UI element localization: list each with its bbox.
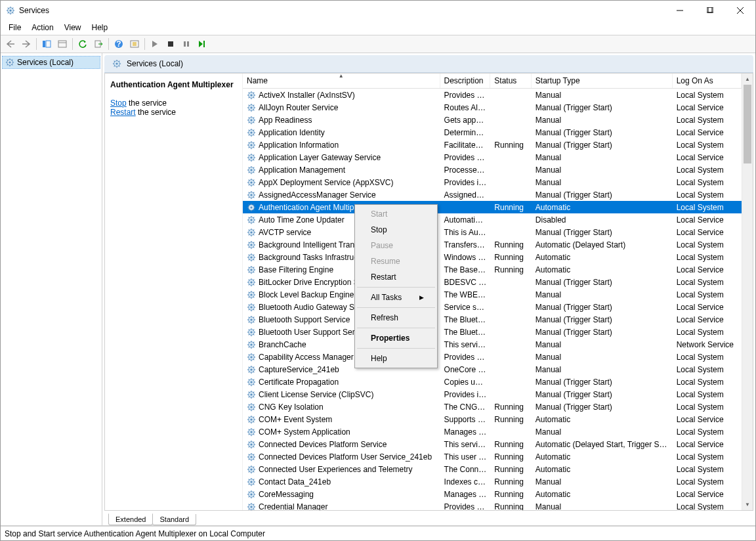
titlebar: Services <box>1 1 755 20</box>
gear-icon <box>247 303 256 312</box>
gear-icon <box>247 378 256 387</box>
restart-link[interactable]: Restart <box>110 108 136 117</box>
show-hide-tree-button[interactable] <box>39 37 54 51</box>
service-row[interactable]: ActiveX Installer (AxInstSV)Provides Us.… <box>243 89 742 101</box>
col-name[interactable]: ▲Name <box>243 74 440 88</box>
service-row[interactable]: Connected User Experiences and Telemetry… <box>243 463 742 475</box>
service-row[interactable]: Bluetooth Audio Gateway ServiceService s… <box>243 301 742 313</box>
service-row[interactable]: COM+ Event SystemSupports Sy...RunningAu… <box>243 413 742 425</box>
selected-service-name: Authentication Agent Multiplexer <box>110 80 237 89</box>
ctx-properties[interactable]: Properties <box>356 330 436 346</box>
gear-icon <box>247 203 256 212</box>
service-row[interactable]: Credential ManagerProvides se...RunningM… <box>243 500 742 510</box>
maximize-button[interactable] <box>695 1 725 20</box>
ctx-restart[interactable]: Restart <box>356 269 436 285</box>
scroll-down-button[interactable]: ▼ <box>742 499 753 510</box>
col-desc[interactable]: Description <box>440 74 491 88</box>
service-list[interactable]: ▲Name Description Status Startup Type Lo… <box>243 74 742 510</box>
service-row[interactable]: CNG Key IsolationThe CNG ke...RunningMan… <box>243 400 742 413</box>
col-logon[interactable]: Log On As <box>673 74 742 88</box>
minimize-button[interactable] <box>665 1 695 20</box>
ctx-stop[interactable]: Stop <box>356 222 436 238</box>
vertical-scrollbar[interactable]: ▲ ▼ <box>742 74 753 510</box>
tree-root[interactable]: Services (Local) <box>2 56 100 69</box>
service-row[interactable]: Bluetooth User Support Service_241ebThe … <box>243 326 742 338</box>
export-list-button[interactable] <box>91 37 106 51</box>
service-row[interactable]: Contact Data_241ebIndexes con...RunningM… <box>243 475 742 488</box>
service-row[interactable]: Certificate PropagationCopies user ...Ma… <box>243 376 742 388</box>
service-row[interactable]: Application IdentityDetermines ...Manual… <box>243 126 742 139</box>
service-row[interactable]: Application InformationFacilitates t...R… <box>243 139 742 151</box>
service-row[interactable]: AppX Deployment Service (AppXSVC)Provide… <box>243 176 742 188</box>
service-row[interactable]: Connected Devices Platform User Service_… <box>243 450 742 463</box>
service-row[interactable]: Bluetooth Support ServiceThe Bluetoo...M… <box>243 313 742 326</box>
service-row[interactable]: CoreMessagingManages co...RunningAutomat… <box>243 488 742 500</box>
gear-icon <box>247 427 256 437</box>
gear-icon <box>247 402 256 412</box>
back-button[interactable] <box>3 37 18 51</box>
side-panel: Authentication Agent Multiplexer Stop th… <box>105 74 243 510</box>
gear-icon <box>247 415 256 424</box>
service-row[interactable]: Application ManagementProcesses in...Man… <box>243 163 742 176</box>
stop-service-button[interactable] <box>163 37 178 51</box>
gear-icon <box>247 490 256 499</box>
service-row[interactable]: AssignedAccessManager ServiceAssignedAc.… <box>243 188 742 201</box>
gear-icon <box>5 58 14 67</box>
service-row[interactable]: App ReadinessGets apps re...ManualLocal … <box>243 114 742 126</box>
service-row[interactable]: BitLocker Drive Encryption ServiceBDESVC… <box>243 276 742 288</box>
gear-icon <box>247 116 256 125</box>
context-menu: Start Stop Pause Resume Restart All Task… <box>354 204 438 368</box>
ctx-help[interactable]: Help <box>356 351 436 366</box>
gear-icon <box>247 365 256 374</box>
menu-file[interactable]: File <box>3 22 26 33</box>
service-row[interactable]: Base Filtering EngineThe Base Fil...Runn… <box>243 263 742 276</box>
ctx-all-tasks[interactable]: All Tasks▶ <box>356 290 436 305</box>
menubar: File Action View Help <box>1 20 755 35</box>
scroll-up-button[interactable]: ▲ <box>742 74 753 85</box>
gear-icon <box>247 340 256 349</box>
start-service-button[interactable] <box>148 37 162 51</box>
gear-icon <box>247 141 256 150</box>
close-button[interactable] <box>725 1 755 20</box>
forward-button[interactable] <box>19 37 33 51</box>
menu-view[interactable]: View <box>59 22 87 33</box>
service-row[interactable]: BranchCacheThis service ...ManualNetwork… <box>243 338 742 351</box>
svg-rect-26 <box>168 41 173 47</box>
tab-standard[interactable]: Standard <box>152 514 196 525</box>
service-row[interactable]: Client License Service (ClipSVC)Provides… <box>243 388 742 400</box>
tab-extended[interactable]: Extended <box>108 513 153 525</box>
service-row[interactable]: Application Layer Gateway ServiceProvide… <box>243 151 742 163</box>
service-row[interactable]: Auto Time Zone UpdaterAutomatica...Disab… <box>243 213 742 226</box>
svg-rect-16 <box>46 41 51 47</box>
scroll-thumb[interactable] <box>744 85 751 163</box>
menu-help[interactable]: Help <box>87 22 114 33</box>
service-row[interactable]: Authentication Agent MultiplexerRunningA… <box>243 201 742 213</box>
service-row[interactable]: CaptureService_241ebOneCore Ca...ManualL… <box>243 363 742 376</box>
service-row[interactable]: AVCTP serviceThis is Audi...Manual (Trig… <box>243 226 742 238</box>
ctx-refresh[interactable]: Refresh <box>356 310 436 326</box>
service-row[interactable]: COM+ System ApplicationManages th...Manu… <box>243 425 742 438</box>
stop-link[interactable]: Stop <box>110 98 127 108</box>
view-tabs: Extended Standard <box>104 511 753 525</box>
restart-service-button[interactable] <box>195 37 209 51</box>
menu-action[interactable]: Action <box>26 22 58 33</box>
service-row[interactable]: Block Level Backup Engine ServiceThe WBE… <box>243 288 742 301</box>
col-startup[interactable]: Startup Type <box>532 74 673 88</box>
properties-button[interactable] <box>55 37 70 51</box>
svg-rect-27 <box>184 41 186 47</box>
service-row[interactable]: Background Intelligent Transfer ServiceT… <box>243 238 742 251</box>
service-row[interactable]: AllJoyn Router ServiceRoutes AllJo...Man… <box>243 101 742 114</box>
col-status[interactable]: Status <box>490 74 532 88</box>
service-row[interactable]: Capability Access Manager ServiceProvide… <box>243 351 742 363</box>
help-button[interactable]: ? <box>112 37 126 51</box>
gear-icon <box>247 278 256 287</box>
statusbar: Stop and Start service Authentication Ag… <box>1 526 755 540</box>
refresh-button[interactable] <box>75 37 90 51</box>
service-row[interactable]: Connected Devices Platform ServiceThis s… <box>243 438 742 450</box>
service-row[interactable]: Background Tasks Infrastructure ServiceW… <box>243 251 742 263</box>
gear-icon <box>247 228 256 237</box>
help-topics-button[interactable] <box>127 37 142 51</box>
gear-icon <box>247 440 256 449</box>
pause-service-button[interactable] <box>179 37 194 51</box>
chevron-right-icon: ▶ <box>419 294 424 301</box>
